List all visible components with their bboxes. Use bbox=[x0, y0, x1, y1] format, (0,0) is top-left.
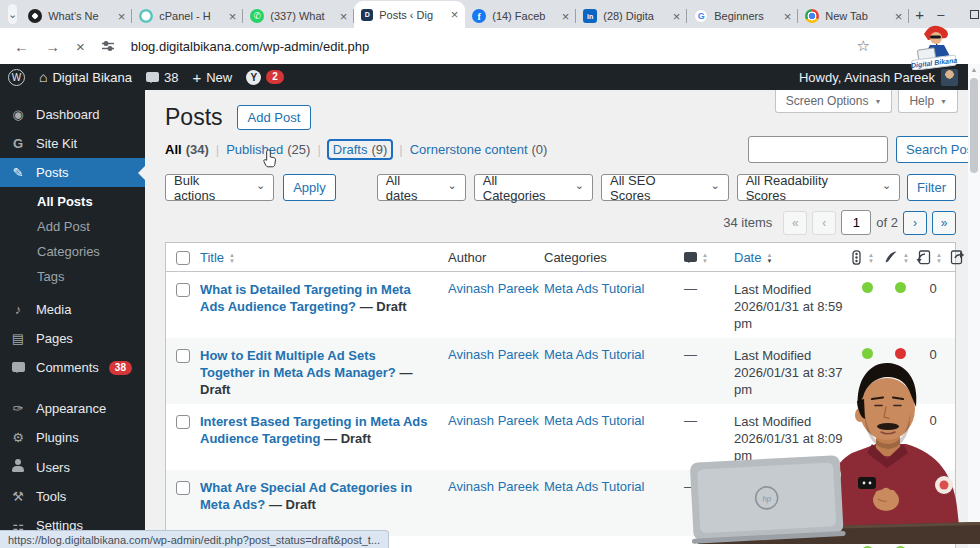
sort-icons bbox=[229, 251, 235, 263]
column-readability[interactable] bbox=[884, 250, 916, 264]
browser-tab[interactable]: G Beginners × bbox=[687, 4, 798, 28]
minimize-button[interactable]: – bbox=[924, 7, 958, 22]
bookmark-star-icon[interactable]: ☆ bbox=[857, 37, 870, 55]
post-category-link[interactable]: Meta Ads Tutorial bbox=[544, 413, 684, 428]
sidebar-item-site-kit[interactable]: G Site Kit bbox=[0, 129, 145, 158]
view-filter-link[interactable]: All (34) bbox=[165, 142, 209, 157]
stop-loading-icon[interactable]: × bbox=[76, 38, 85, 55]
sidebar-item-users[interactable]: Users bbox=[0, 452, 145, 482]
tab-title: cPanel - H bbox=[159, 10, 222, 22]
column-outgoing-links[interactable] bbox=[950, 250, 968, 265]
sidebar-item-categories[interactable]: Categories bbox=[0, 239, 145, 264]
sidebar-label: Posts bbox=[36, 165, 69, 180]
post-author-link[interactable]: Avinash Pareek bbox=[448, 479, 544, 494]
column-comments[interactable] bbox=[684, 251, 734, 263]
tab-close-icon[interactable]: × bbox=[451, 8, 459, 21]
tab-close-icon[interactable]: × bbox=[118, 10, 126, 23]
post-author-link[interactable]: Avinash Pareek bbox=[448, 413, 544, 428]
adminbar-site-name[interactable]: ⌂ Digital Bikana bbox=[39, 69, 132, 85]
search-posts-button[interactable]: Search Posts bbox=[896, 136, 968, 163]
adminbar-comments[interactable]: 38 bbox=[146, 70, 178, 85]
browser-tab[interactable]: cPanel - H × bbox=[132, 4, 243, 28]
tab-close-icon[interactable]: × bbox=[340, 10, 348, 23]
adminbar-new-button[interactable]: + New bbox=[192, 69, 232, 86]
filter-select[interactable]: All Categories bbox=[474, 174, 593, 201]
column-date[interactable]: Date bbox=[734, 250, 850, 265]
row-checkbox[interactable] bbox=[176, 415, 190, 429]
tab-close-icon[interactable]: × bbox=[229, 10, 237, 23]
apply-button[interactable]: Apply bbox=[283, 174, 336, 201]
readability-column-icon bbox=[884, 250, 898, 264]
row-checkbox[interactable] bbox=[176, 481, 190, 495]
new-tab-button[interactable]: + bbox=[915, 6, 924, 23]
back-icon[interactable]: ← bbox=[14, 38, 29, 55]
filter-select[interactable]: All Readability Scores bbox=[737, 174, 900, 201]
seo-score-dot bbox=[862, 282, 873, 293]
url-text[interactable]: blog.digitalbikana.com/wp-admin/edit.php bbox=[131, 39, 369, 54]
last-page-button[interactable]: » bbox=[932, 211, 956, 235]
tab-close-icon[interactable]: × bbox=[673, 10, 681, 23]
plus-icon: + bbox=[192, 69, 201, 86]
maximize-button[interactable] bbox=[958, 10, 980, 19]
new-label: New bbox=[206, 70, 232, 85]
view-filter-link[interactable]: Drafts (9) bbox=[327, 139, 394, 160]
forward-icon[interactable]: → bbox=[45, 38, 60, 55]
screen: ⌄ What's Ne × cPanel - H × ✆ (337) Wh bbox=[0, 0, 980, 548]
view-label: Cornerstone content bbox=[410, 142, 528, 157]
column-seo-score[interactable] bbox=[850, 250, 884, 265]
select-all-checkbox[interactable] bbox=[176, 251, 190, 265]
tab-close-icon[interactable]: × bbox=[895, 10, 903, 23]
browser-tab[interactable]: f (14) Faceb × bbox=[465, 4, 576, 28]
sidebar-item-tools[interactable]: ⚒ Tools bbox=[0, 482, 145, 511]
site-info-icon[interactable] bbox=[101, 39, 115, 53]
browser-tab[interactable]: D Posts ‹ Dig × bbox=[354, 1, 465, 28]
tab-close-icon[interactable]: × bbox=[562, 10, 570, 23]
row-checkbox[interactable] bbox=[176, 349, 190, 363]
current-page-input[interactable] bbox=[841, 210, 871, 235]
column-title[interactable]: Title bbox=[200, 250, 448, 265]
scroll-up-arrow-icon[interactable]: ▲ bbox=[968, 66, 980, 73]
sidebar-item-dashboard[interactable]: ◉ Dashboard bbox=[0, 100, 145, 129]
post-title-link[interactable]: How to Edit Multiple Ad Sets Together in… bbox=[200, 348, 396, 380]
sidebar-item-all-posts[interactable]: All Posts bbox=[0, 189, 145, 214]
add-post-button[interactable]: Add Post bbox=[237, 105, 312, 130]
search-input[interactable] bbox=[748, 136, 888, 163]
tab-close-icon[interactable]: × bbox=[784, 10, 792, 23]
post-author-link[interactable]: Avinash Pareek bbox=[448, 347, 544, 362]
tab-favicon-icon: G bbox=[694, 9, 708, 23]
post-category-link[interactable]: Meta Ads Tutorial bbox=[544, 479, 684, 494]
post-title-link[interactable]: Interest Based Targeting in Meta Ads Aud… bbox=[200, 414, 428, 446]
wordpress-logo-icon[interactable]: W bbox=[8, 69, 25, 86]
sidebar-item-appearance[interactable]: ✑ Appearance bbox=[0, 394, 145, 423]
column-incoming-links[interactable] bbox=[916, 250, 950, 265]
bulk-actions-select[interactable]: Bulk actions bbox=[165, 174, 274, 201]
sidebar-item-posts[interactable]: ✎ Posts bbox=[0, 158, 145, 187]
adminbar-yoast[interactable]: Y 2 bbox=[246, 70, 284, 85]
sidebar-item-add-post[interactable]: Add Post bbox=[0, 214, 145, 239]
browser-tab[interactable]: in (28) Digita × bbox=[576, 4, 687, 28]
view-filter-link[interactable]: Cornerstone content (0) bbox=[410, 142, 548, 157]
row-checkbox[interactable] bbox=[176, 283, 190, 297]
sidebar-item-tags[interactable]: Tags bbox=[0, 264, 145, 289]
browser-tab[interactable]: New Tab × bbox=[798, 4, 909, 28]
post-author-link[interactable]: Avinash Pareek bbox=[448, 281, 544, 296]
filter-select-label: All Readability Scores bbox=[746, 173, 868, 203]
filter-button[interactable]: Filter bbox=[907, 174, 956, 201]
sidebar-item-comments[interactable]: Comments 38 bbox=[0, 353, 145, 382]
browser-tab[interactable]: ✆ (337) What × bbox=[243, 4, 354, 28]
maximize-icon bbox=[970, 10, 979, 19]
scrollbar-thumb[interactable] bbox=[970, 78, 978, 173]
browser-tab[interactable]: What's Ne × bbox=[21, 4, 132, 28]
favicon-glyph: D bbox=[365, 11, 370, 18]
sidebar-item-media[interactable]: ♪ Media bbox=[0, 295, 145, 324]
help-button[interactable]: Help bbox=[898, 90, 958, 113]
screen-options-button[interactable]: Screen Options bbox=[775, 90, 893, 113]
filter-select[interactable]: All dates bbox=[377, 174, 466, 201]
sidebar-item-pages[interactable]: ▤ Pages bbox=[0, 324, 145, 353]
filter-select[interactable]: All SEO Scores bbox=[601, 174, 729, 201]
next-page-button[interactable]: › bbox=[903, 211, 927, 235]
tab-search-button[interactable]: ⌄ bbox=[8, 4, 17, 24]
post-category-link[interactable]: Meta Ads Tutorial bbox=[544, 347, 684, 362]
sidebar-item-plugins[interactable]: ⚙ Plugins bbox=[0, 423, 145, 452]
post-category-link[interactable]: Meta Ads Tutorial bbox=[544, 281, 684, 296]
